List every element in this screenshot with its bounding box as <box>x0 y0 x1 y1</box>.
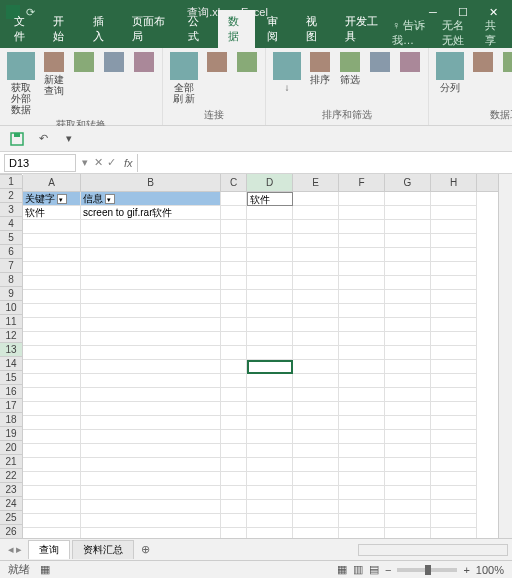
cell[interactable] <box>81 388 221 402</box>
row-header[interactable]: 18 <box>0 413 22 427</box>
cell[interactable] <box>247 430 293 444</box>
cell[interactable] <box>431 486 477 500</box>
cell[interactable] <box>247 486 293 500</box>
cell[interactable] <box>431 290 477 304</box>
cell[interactable] <box>81 290 221 304</box>
cell[interactable] <box>293 346 339 360</box>
cell[interactable] <box>339 360 385 374</box>
cell[interactable] <box>431 472 477 486</box>
row-header[interactable]: 22 <box>0 469 22 483</box>
cell[interactable] <box>221 514 247 528</box>
cell[interactable] <box>385 430 431 444</box>
row-header[interactable]: 14 <box>0 357 22 371</box>
namebox-dropdown-icon[interactable]: ▾ <box>80 156 90 169</box>
cell[interactable] <box>385 514 431 528</box>
cell[interactable] <box>431 346 477 360</box>
cell[interactable] <box>23 332 81 346</box>
cell[interactable] <box>431 528 477 538</box>
row-header[interactable]: 25 <box>0 511 22 525</box>
cell[interactable] <box>339 304 385 318</box>
cell[interactable] <box>81 472 221 486</box>
horizontal-scrollbar[interactable] <box>358 544 508 556</box>
cell[interactable]: 关键字 <box>23 192 81 206</box>
cell[interactable] <box>247 318 293 332</box>
cell[interactable] <box>23 374 81 388</box>
cell[interactable] <box>81 360 221 374</box>
row-header[interactable]: 16 <box>0 385 22 399</box>
cell[interactable] <box>339 528 385 538</box>
cell[interactable] <box>385 458 431 472</box>
cell[interactable] <box>293 262 339 276</box>
filter-icon[interactable] <box>105 194 115 204</box>
row-header[interactable]: 21 <box>0 455 22 469</box>
ribbon-item[interactable] <box>469 50 497 76</box>
cell[interactable] <box>221 360 247 374</box>
cell[interactable] <box>385 234 431 248</box>
sheet-nav-next-icon[interactable]: ▸ <box>16 543 22 556</box>
cell[interactable] <box>23 234 81 248</box>
cell[interactable] <box>81 430 221 444</box>
cell[interactable] <box>385 276 431 290</box>
cell[interactable] <box>339 402 385 416</box>
cell[interactable] <box>23 388 81 402</box>
row-header[interactable]: 4 <box>0 217 22 231</box>
column-header[interactable]: H <box>431 174 477 191</box>
sheet-nav-prev-icon[interactable]: ◂ <box>8 543 14 556</box>
cell[interactable] <box>293 276 339 290</box>
cell[interactable] <box>81 374 221 388</box>
cell[interactable] <box>339 416 385 430</box>
zoom-slider[interactable] <box>397 568 457 572</box>
cell[interactable] <box>385 206 431 220</box>
ribbon-item[interactable]: 获取 外部数据 <box>4 50 38 117</box>
cell[interactable] <box>339 332 385 346</box>
tell-me[interactable]: ♀ 告诉我… <box>392 18 434 48</box>
cell[interactable] <box>221 332 247 346</box>
formula-bar[interactable] <box>137 154 512 172</box>
column-header[interactable]: B <box>81 174 221 191</box>
cell[interactable] <box>339 472 385 486</box>
row-header[interactable]: 23 <box>0 483 22 497</box>
cell[interactable] <box>385 346 431 360</box>
cell[interactable] <box>247 346 293 360</box>
enter-formula-icon[interactable]: ✓ <box>107 156 116 169</box>
ribbon-item[interactable]: 新建 查询 <box>40 50 68 98</box>
cell[interactable] <box>81 332 221 346</box>
row-header[interactable]: 2 <box>0 189 22 203</box>
view-pagebreak-icon[interactable]: ▤ <box>369 563 379 576</box>
cell[interactable] <box>81 486 221 500</box>
cell[interactable] <box>221 458 247 472</box>
column-header[interactable]: D <box>247 174 293 191</box>
cell[interactable] <box>247 234 293 248</box>
column-header[interactable]: C <box>221 174 247 191</box>
cell[interactable] <box>339 276 385 290</box>
cell[interactable] <box>247 262 293 276</box>
cell[interactable] <box>293 220 339 234</box>
cell[interactable] <box>293 234 339 248</box>
ribbon-item[interactable]: 排序 <box>306 50 334 87</box>
row-header[interactable]: 1 <box>0 175 22 189</box>
row-header[interactable]: 12 <box>0 329 22 343</box>
cell[interactable] <box>23 528 81 538</box>
tab-review[interactable]: 审阅 <box>257 10 294 48</box>
vertical-scrollbar[interactable] <box>498 174 512 538</box>
tab-insert[interactable]: 插入 <box>83 10 120 48</box>
cell[interactable] <box>431 262 477 276</box>
row-header[interactable]: 19 <box>0 427 22 441</box>
name-box[interactable] <box>4 154 76 172</box>
sheet-tab-query[interactable]: 查询 <box>28 540 70 559</box>
cell[interactable] <box>247 360 293 374</box>
ribbon-item[interactable] <box>203 50 231 76</box>
cell[interactable] <box>293 360 339 374</box>
zoom-level[interactable]: 100% <box>476 564 504 576</box>
filter-icon[interactable] <box>57 194 67 204</box>
cell[interactable] <box>247 248 293 262</box>
view-pagelayout-icon[interactable]: ▥ <box>353 563 363 576</box>
cell[interactable] <box>339 318 385 332</box>
ribbon-item[interactable] <box>233 50 261 76</box>
row-header[interactable]: 7 <box>0 259 22 273</box>
cell[interactable] <box>23 486 81 500</box>
share-button[interactable]: 共享 <box>485 18 502 48</box>
cell[interactable] <box>339 346 385 360</box>
cell[interactable] <box>293 192 339 206</box>
cell[interactable] <box>339 220 385 234</box>
